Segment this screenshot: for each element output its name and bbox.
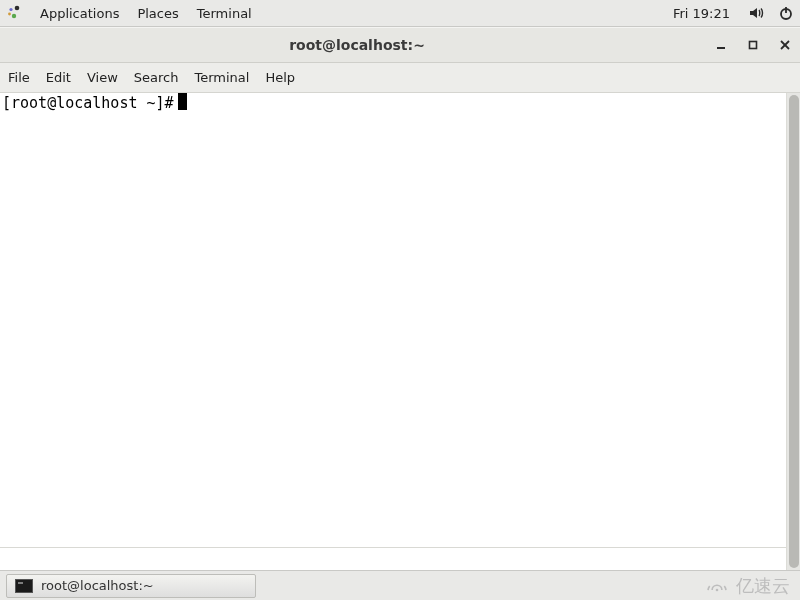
menu-view[interactable]: View <box>87 70 118 85</box>
shell-prompt: [root@localhost ~]# <box>2 94 174 112</box>
terminal-output[interactable]: [root@localhost ~]# <box>0 93 786 570</box>
menu-file[interactable]: File <box>8 70 30 85</box>
minimize-button[interactable] <box>714 38 728 52</box>
divider <box>0 547 786 548</box>
close-button[interactable] <box>778 38 792 52</box>
bottom-taskbar: root@localhost:~ 亿速云 <box>0 570 800 600</box>
panel-left-group: Applications Places Terminal <box>6 5 252 21</box>
gnome-logo-icon <box>6 5 22 21</box>
svg-rect-7 <box>750 42 757 49</box>
panel-menu-places[interactable]: Places <box>137 6 178 21</box>
panel-clock[interactable]: Fri 19:21 <box>673 6 730 21</box>
menu-edit[interactable]: Edit <box>46 70 71 85</box>
svg-point-3 <box>12 14 16 18</box>
watermark-text: 亿速云 <box>736 574 790 598</box>
taskbar-entry-label: root@localhost:~ <box>41 578 154 593</box>
watermark: 亿速云 <box>704 574 794 598</box>
window-title: root@localhost:~ <box>8 37 706 53</box>
window-controls <box>714 38 792 52</box>
svg-point-10 <box>716 588 719 591</box>
power-icon[interactable] <box>778 5 794 21</box>
menu-help[interactable]: Help <box>265 70 295 85</box>
text-cursor <box>178 93 187 110</box>
svg-point-0 <box>15 6 20 11</box>
terminal-menubar: File Edit View Search Terminal Help <box>0 63 800 93</box>
scrollbar-thumb[interactable] <box>789 95 799 568</box>
menu-search[interactable]: Search <box>134 70 179 85</box>
svg-point-1 <box>9 8 12 11</box>
svg-rect-6 <box>717 47 725 49</box>
terminal-icon <box>15 579 33 593</box>
gnome-top-panel: Applications Places Terminal Fri 19:21 <box>0 0 800 27</box>
panel-menu-terminal[interactable]: Terminal <box>197 6 252 21</box>
window-titlebar[interactable]: root@localhost:~ <box>0 27 800 63</box>
terminal-scrollbar[interactable] <box>786 93 800 570</box>
maximize-button[interactable] <box>746 38 760 52</box>
taskbar-entry-terminal[interactable]: root@localhost:~ <box>6 574 256 598</box>
terminal-area: [root@localhost ~]# <box>0 93 800 570</box>
volume-icon[interactable] <box>748 5 764 21</box>
panel-right-group: Fri 19:21 <box>673 5 794 21</box>
svg-point-2 <box>8 13 11 16</box>
menu-terminal[interactable]: Terminal <box>194 70 249 85</box>
panel-menu-applications[interactable]: Applications <box>40 6 119 21</box>
